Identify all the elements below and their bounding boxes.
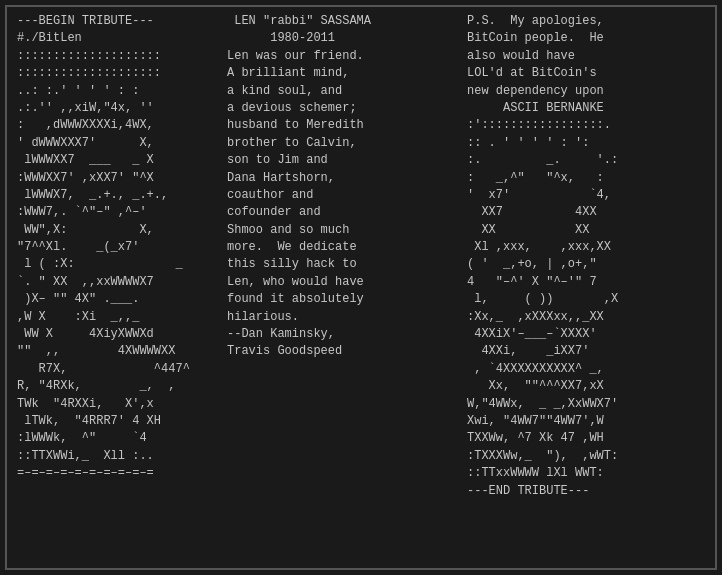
column-2: LEN "rabbi" SASSAMA 1980-2011 Len was ou… (221, 13, 461, 562)
column-1: ---BEGIN TRIBUTE--- #./BitLen ::::::::::… (11, 13, 221, 562)
terminal-window: ---BEGIN TRIBUTE--- #./BitLen ::::::::::… (5, 5, 717, 570)
column-3: P.S. My apologies, BitCoin people. He al… (461, 13, 711, 562)
